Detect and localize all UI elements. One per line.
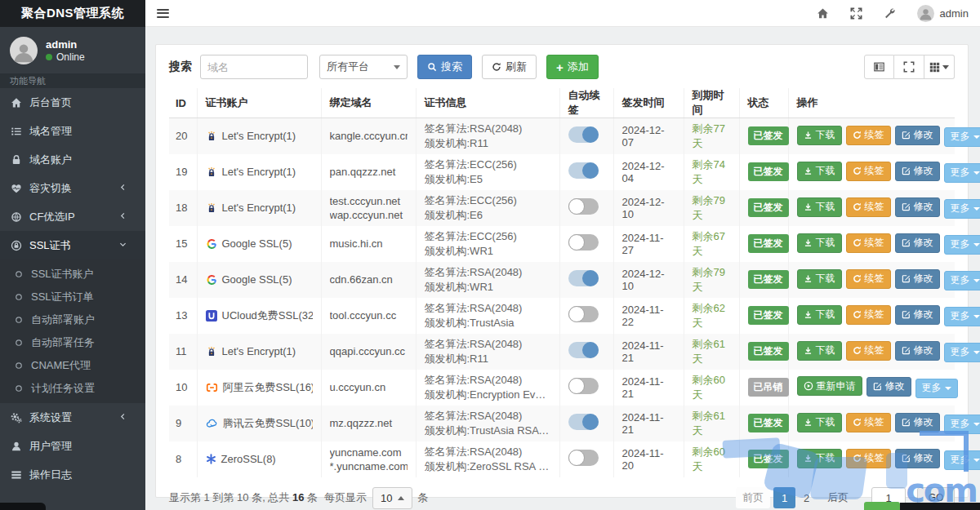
more-button[interactable]: 更多: [944, 199, 980, 219]
edit-button[interactable]: 修改: [895, 269, 940, 289]
edit-button[interactable]: 修改: [895, 305, 940, 325]
sidebar-item-ssl-cert[interactable]: SSL证书: [0, 231, 145, 259]
pagination-prev[interactable]: 前页: [736, 487, 770, 508]
auto-renew-toggle[interactable]: [568, 234, 599, 251]
sidebar-item-system-settings[interactable]: 系统设置: [0, 403, 145, 432]
renew-button[interactable]: 续签: [846, 413, 891, 432]
edit-button[interactable]: 修改: [895, 197, 940, 217]
search-input[interactable]: [200, 55, 308, 79]
ssl-order-card: 搜索 所有平台 搜索 刷新 + 添加: [155, 44, 969, 498]
download-button[interactable]: 下载: [797, 233, 842, 253]
sidebar-item-failover[interactable]: 容灾切换: [0, 174, 145, 202]
cell-remaining: 剩余61天: [684, 406, 739, 441]
table-row: 8ZeroSSL(8)yuncname.com*.yuncname.com签名算…: [169, 441, 955, 477]
pagination-next[interactable]: 后页: [821, 487, 855, 508]
add-button[interactable]: + 添加: [546, 55, 599, 79]
download-button[interactable]: 下载: [797, 197, 842, 217]
more-button[interactable]: 更多: [915, 379, 958, 398]
renew-button[interactable]: 续签: [846, 269, 891, 289]
more-button[interactable]: 更多: [944, 163, 980, 183]
more-button[interactable]: 更多: [944, 235, 980, 255]
sidebar-item-domain-manage[interactable]: 域名管理: [0, 117, 145, 145]
columns-icon[interactable]: [924, 55, 955, 79]
more-button[interactable]: 更多: [944, 343, 980, 362]
fullscreen-table-icon[interactable]: [894, 55, 924, 79]
table-row: 19Let's Encrypt(1)pan.qqzzz.net签名算法:ECC(…: [169, 154, 955, 190]
download-button[interactable]: 下载: [797, 449, 842, 468]
more-button[interactable]: 更多: [944, 271, 980, 290]
sidebar-subitem-ssl-account[interactable]: SSL证书账户: [0, 263, 145, 286]
home-icon[interactable]: [817, 7, 829, 20]
sidebar-subitem-ssl-order[interactable]: SSL证书订单: [0, 286, 145, 308]
user-icon: [11, 441, 29, 452]
edit-button[interactable]: 修改: [895, 341, 940, 361]
download-icon: [804, 202, 813, 211]
sidebar-item-op-log[interactable]: 操作日志: [0, 460, 145, 489]
more-button[interactable]: 更多: [944, 415, 980, 434]
cell-domains: yuncname.com*.yuncname.com: [321, 441, 416, 477]
auto-renew-toggle[interactable]: [568, 342, 599, 358]
sidebar-item-user-manage[interactable]: 用户管理: [0, 432, 145, 460]
platform-select[interactable]: 所有平台: [319, 55, 408, 79]
column-header: 状态: [739, 88, 788, 118]
cell-domains: u.cccyun.cn: [321, 370, 416, 406]
chevron-down-icon: [118, 239, 135, 251]
download-button[interactable]: 下载: [797, 413, 842, 432]
caret-down-icon: [973, 279, 980, 282]
auto-renew-toggle[interactable]: [568, 306, 599, 322]
fullscreen-icon[interactable]: [850, 7, 862, 20]
sidebar-item-label: 系统设置: [29, 410, 72, 425]
renew-button[interactable]: 续签: [846, 341, 891, 361]
renew-button[interactable]: 续签: [846, 233, 891, 253]
refresh-button[interactable]: 刷新: [482, 55, 537, 79]
edit-button[interactable]: 修改: [866, 377, 911, 397]
auto-renew-toggle[interactable]: [568, 162, 599, 179]
auto-renew-toggle[interactable]: [568, 198, 599, 215]
auto-renew-toggle[interactable]: [568, 414, 599, 430]
google-icon: [206, 274, 217, 286]
edit-button[interactable]: 修改: [895, 162, 940, 181]
pagination-page-1[interactable]: 1: [773, 487, 795, 508]
reapply-button[interactable]: 重新申请: [797, 376, 862, 396]
edit-button[interactable]: 修改: [895, 413, 940, 432]
detail-view-icon[interactable]: [864, 55, 894, 79]
auto-renew-toggle[interactable]: [568, 450, 599, 466]
renew-button[interactable]: 续签: [846, 162, 891, 181]
sidebar-subitem-cname-proxy[interactable]: CNAME代理: [0, 354, 145, 377]
download-button[interactable]: 下载: [797, 162, 842, 181]
cell-actions: 下载续签修改更多: [788, 334, 955, 370]
more-button[interactable]: 更多: [944, 450, 980, 470]
renew-button[interactable]: 续签: [846, 126, 891, 145]
page-size-select[interactable]: 10: [372, 487, 412, 509]
more-button[interactable]: 更多: [944, 307, 980, 326]
wrench-icon[interactable]: [884, 7, 896, 20]
auto-renew-toggle[interactable]: [568, 270, 599, 286]
sidebar-subitem-deploy-task[interactable]: 自动部署任务: [0, 331, 145, 354]
sidebar-item-domain-account[interactable]: 域名账户: [0, 145, 145, 174]
download-button[interactable]: 下载: [797, 341, 842, 361]
edit-button[interactable]: 修改: [895, 126, 940, 145]
letsencrypt-icon: [206, 166, 217, 178]
column-header: 证书账户: [197, 88, 321, 118]
renew-button[interactable]: 续签: [846, 305, 891, 325]
download-button[interactable]: 下载: [797, 305, 842, 325]
circle-icon: [14, 269, 31, 279]
sidebar-subitem-cron-settings[interactable]: 计划任务设置: [0, 377, 145, 400]
sidebar-toggle-icon[interactable]: [157, 9, 169, 18]
more-button[interactable]: 更多: [944, 127, 980, 147]
edit-button[interactable]: 修改: [895, 449, 940, 468]
user-menu[interactable]: admin: [917, 5, 969, 22]
circle-icon: [14, 292, 31, 302]
renew-button[interactable]: 续签: [846, 449, 891, 468]
sidebar-subitem-deploy-account[interactable]: 自动部署账户: [0, 308, 145, 331]
sidebar-item-dashboard[interactable]: 后台首页: [0, 88, 145, 117]
pagination-page-2[interactable]: 2: [795, 487, 817, 508]
search-button[interactable]: 搜索: [417, 55, 472, 79]
renew-button[interactable]: 续签: [846, 197, 891, 217]
download-button[interactable]: 下载: [797, 126, 842, 145]
download-button[interactable]: 下载: [797, 269, 842, 289]
auto-renew-toggle[interactable]: [568, 378, 599, 394]
sidebar-item-cf-ip[interactable]: CF优选IP: [0, 202, 145, 231]
auto-renew-toggle[interactable]: [568, 126, 599, 143]
edit-button[interactable]: 修改: [895, 233, 940, 253]
